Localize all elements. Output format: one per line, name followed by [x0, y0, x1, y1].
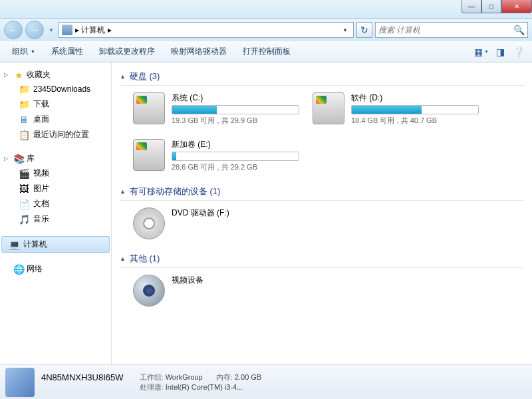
computer-icon: 💻: [9, 239, 19, 250]
drive-status: 28.6 GB 可用 , 共 29.2 GB: [172, 162, 299, 172]
sidebar-item-downloads[interactable]: 📁下载: [0, 96, 111, 112]
video-icon: 🎬: [19, 168, 29, 179]
dvd-icon: [133, 207, 165, 239]
sidebar-item-downloads2345[interactable]: 📁2345Downloads: [0, 82, 111, 96]
drive-capacity-bar: [172, 152, 299, 161]
sidebar-item-pictures[interactable]: 🖼图片: [0, 181, 111, 196]
uninstall-button[interactable]: 卸载或更改程序: [92, 43, 162, 60]
status-memory: 2.00 GB: [235, 373, 261, 381]
address-bar[interactable]: ▸ 计算机 ▸ ▼: [59, 22, 354, 38]
sidebar-item-videos[interactable]: 🎬视频: [0, 166, 111, 181]
system-properties-button[interactable]: 系统属性: [45, 43, 90, 60]
desktop-icon: 🖥: [19, 114, 29, 125]
drive-item-0[interactable]: 系统 (C:)19.3 GB 可用 , 共 29.9 GB: [133, 92, 299, 126]
drive-item-2[interactable]: 新加卷 (E:)28.6 GB 可用 , 共 29.2 GB: [133, 139, 299, 172]
sidebar-item-documents[interactable]: 📄文档: [0, 196, 111, 211]
document-icon: 📄: [19, 199, 29, 209]
preview-pane-icon[interactable]: ◨: [492, 44, 508, 60]
statusbar: 4N85MNXH3U8I65W 工作组: WorkGroup 内存: 2.00 …: [0, 364, 532, 399]
collapse-icon: ▲: [120, 73, 126, 80]
search-input[interactable]: [378, 25, 513, 35]
computer-large-icon: [5, 368, 35, 397]
forward-button[interactable]: →: [25, 21, 44, 39]
close-button[interactable]: ✕: [501, 0, 532, 13]
drive-status: 18.4 GB 可用 , 共 40.7 GB: [351, 116, 479, 126]
drive-label: 系统 (C:): [172, 92, 299, 104]
hdd-icon: [313, 92, 344, 124]
drive-label: 新加卷 (E:): [172, 139, 299, 150]
sidebar-item-music[interactable]: 🎵音乐: [0, 211, 111, 227]
drive-label: DVD 驱动器 (F:): [172, 207, 299, 219]
address-dropdown-icon[interactable]: ▼: [340, 27, 350, 33]
status-workgroup: WorkGroup: [166, 373, 203, 381]
device-label: 视频设备: [172, 275, 299, 286]
navbar: ← → ▼ ▸ 计算机 ▸ ▼ ↻ 🔍: [0, 19, 532, 41]
status-cpu-label: 处理器:: [140, 383, 164, 391]
collapse-icon: ▲: [120, 255, 126, 262]
section-hdd-header[interactable]: ▲ 硬盘 (3): [120, 68, 524, 86]
computer-icon: [62, 25, 72, 35]
status-cpu: Intel(R) Core(TM) i3-4...: [166, 383, 243, 391]
status-memory-label: 内存:: [216, 373, 233, 381]
sidebar-favorites-label: 收藏夹: [27, 69, 51, 80]
map-drive-button[interactable]: 映射网络驱动器: [164, 43, 233, 60]
section-other-header[interactable]: ▲ 其他 (1): [120, 250, 524, 268]
sidebar-item-recent[interactable]: 📋最近访问的位置: [0, 127, 111, 142]
sidebar-libraries-label: 库: [27, 153, 35, 164]
search-bar[interactable]: 🔍: [375, 22, 528, 38]
recent-icon: 📋: [19, 130, 29, 140]
status-workgroup-label: 工作组:: [140, 373, 164, 381]
search-icon[interactable]: 🔍: [513, 25, 525, 35]
view-options-icon[interactable]: ▦▼: [473, 44, 489, 60]
drive-label: 软件 (D:): [351, 92, 479, 104]
library-icon: 📚: [13, 154, 24, 164]
folder-icon: 📁: [19, 84, 29, 94]
minimize-button[interactable]: —: [462, 0, 481, 13]
hdd-icon: [133, 139, 165, 171]
star-icon: ★: [13, 70, 24, 80]
sidebar-network-label: 网络: [27, 263, 43, 275]
device-webcam[interactable]: 视频设备: [133, 275, 299, 307]
sidebar-libraries-header[interactable]: ▷📚 库: [0, 152, 111, 166]
toolbar: 组织▼ 系统属性 卸载或更改程序 映射网络驱动器 打开控制面板 ▦▼ ◨ ❔: [0, 41, 532, 63]
webcam-icon: [133, 275, 165, 307]
organize-button[interactable]: 组织▼: [5, 43, 42, 60]
control-panel-button[interactable]: 打开控制面板: [236, 43, 297, 60]
drive-dvd[interactable]: DVD 驱动器 (F:): [133, 207, 299, 239]
address-path: ▸ 计算机 ▸: [75, 25, 337, 36]
maximize-button[interactable]: □: [481, 0, 501, 13]
music-icon: 🎵: [19, 214, 29, 225]
picture-icon: 🖼: [19, 184, 29, 194]
folder-icon: 📁: [19, 99, 29, 110]
nav-history-dropdown[interactable]: ▼: [47, 23, 56, 37]
drive-capacity-bar: [172, 105, 299, 114]
status-computer-name: 4N85MNXH3U8I65W: [41, 372, 124, 382]
drive-item-1[interactable]: 软件 (D:)18.4 GB 可用 , 共 40.7 GB: [313, 92, 479, 126]
explorer-window: — □ ✕ ← → ▼ ▸ 计算机 ▸ ▼ ↻ 🔍 组织▼ 系统属性 卸载或更改…: [0, 0, 532, 399]
titlebar: — □ ✕: [0, 0, 532, 19]
drive-status: 19.3 GB 可用 , 共 29.9 GB: [172, 116, 299, 126]
sidebar: ▷★ 收藏夹 📁2345Downloads 📁下载 🖥桌面 📋最近访问的位置 ▷…: [0, 63, 112, 364]
refresh-button[interactable]: ↻: [356, 22, 372, 38]
hdd-icon: [133, 92, 165, 124]
sidebar-item-computer[interactable]: 💻 计算机: [1, 236, 110, 253]
help-icon[interactable]: ❔: [511, 44, 527, 60]
drive-capacity-bar: [351, 105, 479, 114]
sidebar-network-header[interactable]: ▷🌐 网络: [0, 262, 111, 276]
content-area: ▷★ 收藏夹 📁2345Downloads 📁下载 🖥桌面 📋最近访问的位置 ▷…: [0, 63, 532, 364]
network-icon: 🌐: [13, 264, 24, 275]
sidebar-item-desktop[interactable]: 🖥桌面: [0, 112, 111, 127]
sidebar-favorites-header[interactable]: ▷★ 收藏夹: [0, 68, 111, 82]
section-removable-header[interactable]: ▲ 有可移动存储的设备 (1): [120, 183, 524, 201]
collapse-icon: ▲: [120, 188, 126, 195]
main-panel: ▲ 硬盘 (3) 系统 (C:)19.3 GB 可用 , 共 29.9 GB软件…: [112, 63, 532, 364]
back-button[interactable]: ←: [4, 21, 23, 39]
